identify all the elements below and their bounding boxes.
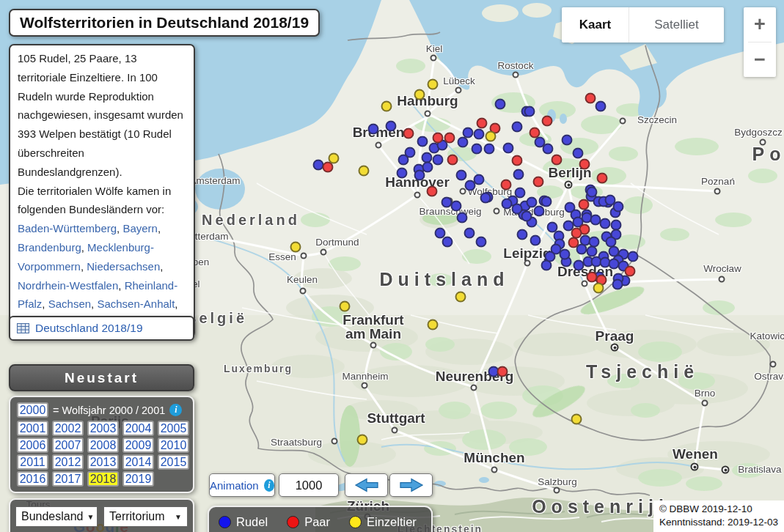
territory-dot-paar[interactable] xyxy=(571,228,582,239)
info-icon[interactable]: i xyxy=(264,479,274,492)
territory-dot-rudel[interactable] xyxy=(534,206,545,217)
territory-dot-rudel[interactable] xyxy=(476,237,487,248)
territory-dot-paar[interactable] xyxy=(403,128,414,139)
territory-dot-rudel[interactable] xyxy=(543,144,554,155)
territory-dot-paar[interactable] xyxy=(530,128,541,138)
territory-dot-rudel[interactable] xyxy=(433,155,444,166)
territory-dot-paar[interactable] xyxy=(427,186,438,197)
territory-dot-rudel[interactable] xyxy=(560,249,571,260)
map-type-satelliet-button[interactable]: Satelliet xyxy=(629,7,724,43)
territory-dot-einzeltier[interactable] xyxy=(486,131,497,142)
territory-dot-rudel[interactable] xyxy=(464,228,475,239)
territory-dot-rudel[interactable] xyxy=(524,106,535,117)
territory-dot-rudel[interactable] xyxy=(521,211,532,222)
territory-dot-paar[interactable] xyxy=(579,199,590,210)
territory-dot-rudel[interactable] xyxy=(414,170,425,181)
year-button-2016[interactable]: 2016 xyxy=(17,471,48,487)
territory-dot-rudel[interactable] xyxy=(541,196,552,207)
territory-dot-rudel[interactable] xyxy=(573,148,584,159)
year-button-2012[interactable]: 2012 xyxy=(52,454,84,470)
territory-dot-einzeltier[interactable] xyxy=(428,319,439,330)
territory-dot-rudel[interactable] xyxy=(600,218,611,229)
territory-dot-rudel[interactable] xyxy=(474,129,485,140)
next-year-button[interactable] xyxy=(389,473,433,497)
territory-dot-rudel[interactable] xyxy=(502,199,513,210)
year-button-2013[interactable]: 2013 xyxy=(87,454,119,470)
year-button-2003[interactable]: 2003 xyxy=(87,421,119,436)
year-button-2000[interactable]: 2000 xyxy=(17,402,48,418)
territorium-select[interactable]: Territorium ▼ xyxy=(103,506,188,527)
territory-dot-einzeltier[interactable] xyxy=(357,435,368,446)
territory-dot-rudel[interactable] xyxy=(368,124,379,135)
bundesland-link-niedersachsen[interactable]: Niedersachsen xyxy=(87,260,160,273)
territory-dot-einzeltier[interactable] xyxy=(593,283,604,294)
territory-dot-paar[interactable] xyxy=(501,180,512,191)
territory-dot-paar[interactable] xyxy=(552,155,563,166)
bundesland-link-brandenburg[interactable]: Brandenburg xyxy=(18,241,81,254)
territory-dot-rudel[interactable] xyxy=(451,201,462,212)
territory-dot-rudel[interactable] xyxy=(587,246,598,257)
bundesland-select[interactable]: Bundesland ▼ xyxy=(15,506,98,527)
info-icon[interactable]: i xyxy=(169,404,182,416)
territory-dot-paar[interactable] xyxy=(433,133,444,144)
territory-dot-rudel[interactable] xyxy=(398,155,409,166)
territory-dot-rudel[interactable] xyxy=(517,229,528,240)
territory-dot-einzeltier[interactable] xyxy=(329,153,340,164)
territory-dot-paar[interactable] xyxy=(497,366,508,377)
territory-dot-rudel[interactable] xyxy=(513,169,524,180)
bundesland-link-sachsen[interactable]: Sachsen xyxy=(48,298,91,310)
territory-dot-einzeltier[interactable] xyxy=(571,414,582,425)
territory-dot-einzeltier[interactable] xyxy=(428,79,439,90)
territory-dot-rudel[interactable] xyxy=(386,121,397,132)
zoom-out-button[interactable]: − xyxy=(744,43,776,77)
territory-dot-rudel[interactable] xyxy=(457,213,468,223)
territory-dot-rudel[interactable] xyxy=(474,174,485,185)
year-button-2004[interactable]: 2004 xyxy=(122,421,154,436)
year-button-2019[interactable]: 2019 xyxy=(122,471,154,487)
year-button-2015[interactable]: 2015 xyxy=(158,454,189,470)
year-button-2006[interactable]: 2006 xyxy=(17,437,48,453)
territory-dot-einzeltier[interactable] xyxy=(340,301,351,312)
territory-dot-paar[interactable] xyxy=(512,155,523,166)
year-button-2007[interactable]: 2007 xyxy=(52,437,84,453)
year-button-2018[interactable]: 2018 xyxy=(87,471,119,487)
previous-year-button[interactable] xyxy=(345,473,388,497)
territory-dot-rudel[interactable] xyxy=(515,188,526,199)
territory-dot-einzeltier[interactable] xyxy=(381,101,392,112)
territory-dot-rudel[interactable] xyxy=(442,237,453,248)
territory-dot-paar[interactable] xyxy=(447,155,458,166)
territory-dot-rudel[interactable] xyxy=(596,101,607,112)
territory-dot-paar[interactable] xyxy=(585,93,596,104)
year-button-2002[interactable]: 2002 xyxy=(52,421,84,436)
territory-dot-paar[interactable] xyxy=(542,116,553,127)
map-type-kaart-button[interactable]: Kaart xyxy=(562,7,629,43)
territory-dot-rudel[interactable] xyxy=(512,122,523,133)
territory-dot-rudel[interactable] xyxy=(458,137,469,148)
year-button-2010[interactable]: 2010 xyxy=(158,437,189,453)
year-button-2001[interactable]: 2001 xyxy=(17,421,48,436)
territory-dot-rudel[interactable] xyxy=(503,143,514,154)
territory-dot-rudel[interactable] xyxy=(512,204,523,215)
dataset-link[interactable]: Deutschland 2018/19 xyxy=(35,322,143,335)
interval-input[interactable]: 1000 xyxy=(279,473,339,497)
territory-dot-rudel[interactable] xyxy=(463,128,474,138)
bundesland-link-sachsen-anhalt[interactable]: Sachsen-Anhalt xyxy=(97,298,175,310)
territory-dot-rudel[interactable] xyxy=(484,144,495,155)
territory-dot-paar[interactable] xyxy=(444,133,455,144)
territory-dot-rudel[interactable] xyxy=(495,99,506,110)
territory-dot-paar[interactable] xyxy=(579,159,590,170)
territory-dot-rudel[interactable] xyxy=(562,135,573,146)
year-button-2005[interactable]: 2005 xyxy=(158,421,189,436)
bundesland-link-nordrhein-westfalen[interactable]: Nordrhein-Westfalen xyxy=(18,279,118,292)
territory-dot-paar[interactable] xyxy=(625,266,636,277)
territory-dot-rudel[interactable] xyxy=(628,251,639,262)
territory-dot-paar[interactable] xyxy=(568,237,579,248)
year-button-2011[interactable]: 2011 xyxy=(17,454,48,470)
territory-dot-rudel[interactable] xyxy=(613,202,624,213)
bundesland-link-bayern[interactable]: Bayern xyxy=(122,222,158,234)
year-button-2009[interactable]: 2009 xyxy=(122,437,154,453)
territory-dot-rudel[interactable] xyxy=(587,187,598,198)
territory-dot-paar[interactable] xyxy=(597,173,608,184)
territory-dot-rudel[interactable] xyxy=(612,279,623,290)
territory-dot-rudel[interactable] xyxy=(456,170,467,181)
